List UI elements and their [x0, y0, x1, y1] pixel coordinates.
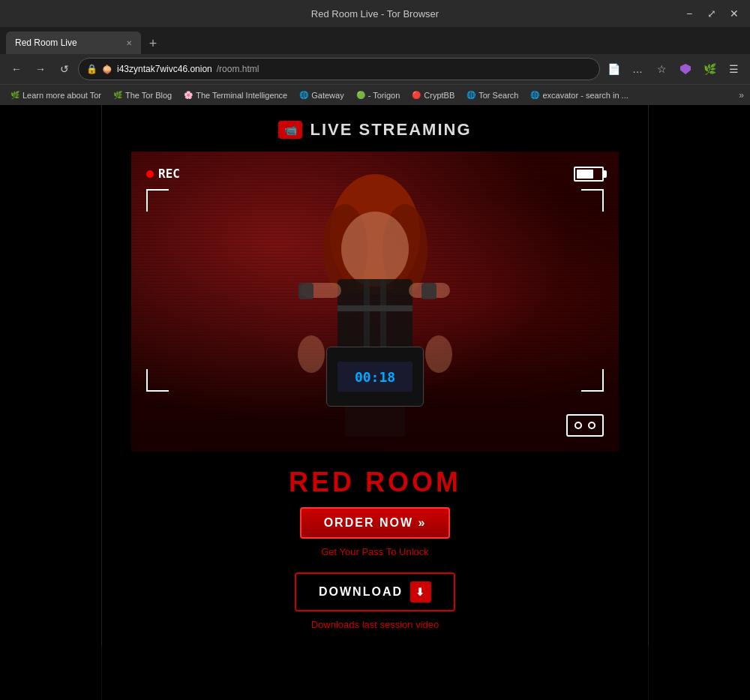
timer-value: 00:18	[355, 369, 395, 385]
bookmark-label-1: The Tor Blog	[125, 91, 172, 100]
live-streaming-header: 📹 LIVE STREAMING	[278, 120, 471, 140]
tor-button[interactable]: 🌿	[699, 59, 720, 80]
bookmark-torigon[interactable]: 🟢 - Torigon	[352, 89, 405, 101]
bookmark-gateway[interactable]: 🌐 Gateway	[295, 89, 348, 101]
address-bar[interactable]: 🔒 🧅 i43zyntak7wivc46.onion /room.html	[78, 58, 600, 80]
corner-bracket-bl	[146, 369, 169, 392]
lock-icon: 🔒	[86, 64, 98, 74]
tab-close-icon[interactable]: ✕	[126, 39, 132, 47]
corner-bracket-br	[581, 369, 604, 392]
bookmark-icon-0: 🌿	[10, 91, 20, 99]
bookmark-button[interactable]: ☆	[651, 59, 672, 80]
bookmark-terminal-intelligence[interactable]: 🌸 The Terminal Intelligence	[179, 89, 292, 101]
bookmark-label-7: excavator - search in ...	[542, 91, 628, 100]
title-bar: Red Room Live - Tor Browser − ⤢ ✕	[0, 0, 750, 27]
shield-icon	[680, 64, 691, 74]
svg-point-3	[341, 212, 409, 287]
cassette-reel-left	[574, 422, 582, 429]
reload-button[interactable]: ↺	[54, 59, 75, 80]
svg-rect-11	[422, 283, 436, 299]
tab-label: Red Room Live	[15, 38, 77, 48]
bookmark-cryptbb[interactable]: 🔴 CryptBB	[407, 89, 459, 101]
battery-fill	[577, 170, 593, 179]
order-now-button[interactable]: ORDER NOW »	[300, 507, 451, 539]
bookmark-icon-6: 🌐	[466, 91, 476, 99]
bookmark-icon-2: 🌸	[184, 91, 193, 99]
bookmark-label-4: - Torigon	[368, 91, 400, 100]
bookmark-learn-tor[interactable]: 🌿 Learn more about Tor	[6, 89, 106, 101]
shield-button[interactable]	[675, 59, 696, 80]
download-icon-box: ⬇	[410, 581, 431, 602]
bookmark-tor-blog[interactable]: 🌿 The Tor Blog	[109, 89, 176, 101]
rec-label: REC	[158, 167, 180, 181]
timer-device: 00:18	[326, 347, 424, 407]
camera-emoji: 📹	[284, 124, 297, 136]
bookmark-label-3: Gateway	[311, 91, 344, 100]
reader-button[interactable]: 📄	[603, 59, 624, 80]
bookmark-icon-7: 🌐	[530, 91, 539, 99]
download-arrow-icon: ⬇	[416, 586, 426, 598]
svg-point-14	[425, 335, 452, 373]
nav-actions: 📄 … ☆ 🌿 ☰	[603, 59, 744, 80]
cassette-reel-right	[588, 422, 596, 429]
minimize-button[interactable]: −	[680, 4, 699, 23]
new-tab-button[interactable]: +	[142, 33, 164, 54]
rec-dot	[146, 170, 154, 178]
bookmark-excavator[interactable]: 🌐 excavator - search in ...	[526, 89, 632, 101]
content-wrapper: 📹 LIVE STREAMING	[101, 105, 649, 645]
back-button[interactable]: ←	[6, 59, 27, 80]
video-frame: REC 00:18	[131, 152, 619, 452]
address-url: i43zyntak7wivc46.onion	[117, 64, 212, 74]
download-subtext: Downloads last session video	[311, 619, 440, 630]
cassette-icon	[566, 414, 604, 437]
bookmark-icon-3: 🌐	[299, 91, 308, 99]
bookmark-label-2: The Terminal Intelligence	[196, 91, 287, 100]
download-button[interactable]: DOWNLOAD ⬇	[295, 572, 455, 611]
address-path: /room.html	[217, 64, 260, 74]
svg-rect-10	[298, 283, 314, 299]
battery-body	[574, 167, 604, 182]
bookmark-tor-search[interactable]: 🌐 Tor Search	[462, 89, 523, 101]
maximize-button[interactable]: ⤢	[702, 4, 722, 23]
svg-point-13	[298, 335, 325, 373]
more-button[interactable]: …	[627, 59, 648, 80]
onion-icon: 🧅	[102, 65, 112, 74]
bookmark-label-0: Learn more about Tor	[22, 91, 101, 100]
forward-button[interactable]: →	[30, 59, 51, 80]
active-tab[interactable]: Red Room Live ✕	[6, 32, 141, 54]
bookmarks-more-button[interactable]: »	[739, 90, 744, 101]
corner-bracket-tr	[581, 189, 604, 212]
title-bar-controls: − ⤢ ✕	[680, 4, 744, 23]
bookmark-icon-4: 🟢	[356, 91, 365, 99]
timer-screen: 00:18	[338, 362, 412, 392]
bookmarks-bar: 🌿 Learn more about Tor 🌿 The Tor Blog 🌸 …	[0, 84, 750, 105]
svg-rect-7	[338, 305, 412, 311]
figure-silhouette	[255, 174, 495, 452]
corner-bracket-tl	[146, 189, 169, 212]
download-label: DOWNLOAD	[319, 585, 403, 599]
bookmark-icon-5: 🔴	[412, 91, 421, 99]
page-content: 📹 LIVE STREAMING	[0, 105, 750, 700]
close-button[interactable]: ✕	[724, 4, 744, 23]
red-room-title: RED ROOM	[289, 467, 461, 498]
bookmark-icon-1: 🌿	[113, 91, 122, 99]
window-title: Red Room Live - Tor Browser	[311, 8, 439, 20]
battery-indicator	[574, 167, 604, 182]
live-camera-icon: 📹	[278, 121, 302, 139]
menu-button[interactable]: ☰	[723, 59, 744, 80]
live-streaming-text: LIVE STREAMING	[310, 120, 471, 140]
tab-bar: Red Room Live ✕ +	[0, 27, 750, 54]
nav-bar: ← → ↺ 🔒 🧅 i43zyntak7wivc46.onion /room.h…	[0, 54, 750, 84]
rec-indicator: REC	[146, 167, 180, 181]
bookmark-label-5: CryptBB	[424, 91, 454, 100]
pass-text: Get Your Pass To Unlock	[321, 546, 429, 557]
bookmark-label-6: Tor Search	[478, 91, 518, 100]
